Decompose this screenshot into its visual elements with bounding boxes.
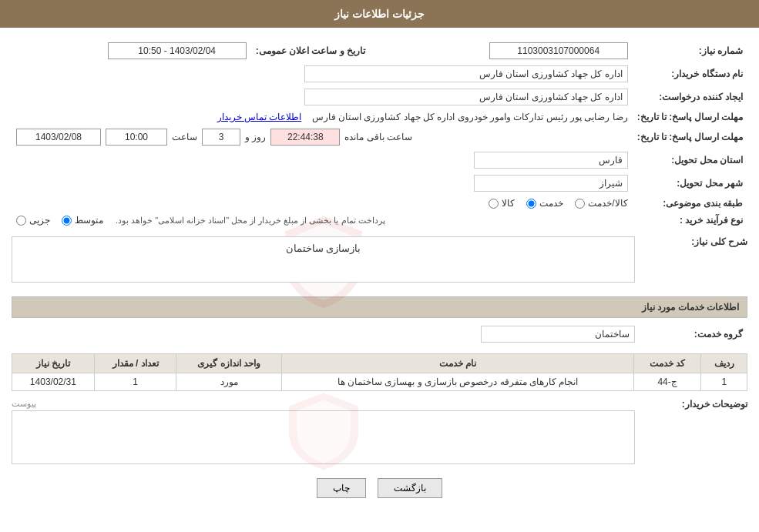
deadline-remaining-value: 22:44:38	[270, 129, 340, 146]
service-group-table: گروه خدمت: ساختمان	[12, 323, 747, 346]
col-header-code: کد خدمت	[633, 354, 701, 373]
buyer-org-label: نام دستگاه خریدار:	[633, 62, 747, 85]
col-header-date: تاریخ نیاز	[12, 354, 95, 373]
purchase-type-jozei-label: جزیی	[29, 215, 50, 226]
cell-qty: 1	[94, 373, 176, 391]
service-group-label: گروه خدمت:	[640, 323, 747, 346]
services-section-header: اطلاعات خدمات مورد نیاز	[12, 296, 747, 318]
requester-value: اداره کل جهاد کشاورزی استان فارس	[304, 89, 628, 105]
main-info-table: شماره نیاز: 1103003107000064 تاریخ و ساع…	[12, 39, 747, 229]
print-button[interactable]: چاپ	[317, 478, 366, 498]
category-kala-radio[interactable]	[489, 199, 499, 209]
services-section-label: اطلاعات خدمات مورد نیاز	[642, 302, 739, 313]
deadline-time-label-text: ساعت	[172, 132, 197, 142]
category-kala-khadamat-label: کالا/خدمت	[588, 198, 627, 209]
col-header-qty: تعداد / مقدار	[94, 354, 176, 373]
deadline-time-value: 10:00	[106, 129, 167, 146]
cell-row: 1	[701, 373, 747, 391]
table-row: 1 ج-44 انجام کارهای متفرقه درخصوص بازساز…	[12, 373, 747, 391]
service-group-value: ساختمان	[481, 326, 635, 343]
requester-label: ایجاد کننده درخواست:	[633, 85, 747, 109]
announce-date-label: تاریخ و ساعت اعلان عمومی:	[251, 39, 370, 62]
category-kala-khadamat[interactable]: کالا/خدمت	[575, 198, 627, 209]
need-number-value: 1103003107000064	[489, 42, 628, 59]
category-khadamat[interactable]: خدمت	[526, 198, 563, 209]
buyer-notes-row: توضیحات خریدار: پیوست	[12, 399, 747, 467]
page-header: جزئیات اطلاعات نیاز	[0, 0, 759, 28]
need-number-label: شماره نیاز:	[633, 39, 747, 62]
button-row: بازگشت چاپ	[12, 478, 747, 510]
category-khadamat-label: خدمت	[539, 198, 563, 209]
purchase-type-motavasset[interactable]: متوسط	[62, 215, 103, 226]
category-label: طبقه بندی موضوعی:	[633, 195, 747, 212]
province-value: فارس	[474, 152, 628, 169]
announce-date-value: 1403/02/04 - 10:50	[108, 42, 247, 59]
need-description-container: Ana Tender بازسازی ساختمان	[12, 236, 635, 290]
purchase-type-jozei-radio[interactable]	[16, 216, 26, 226]
need-description-row: شرح کلی نیاز: Ana Tender بازسازی ساختمان	[12, 236, 747, 290]
buyer-org-value: اداره کل جهاد کشاورزی استان فارس	[304, 65, 628, 82]
sender-label: مهلت ارسال پاسخ: تا تاریخ:	[633, 109, 747, 125]
col-header-unit: واحد اندازه گیری	[176, 354, 282, 373]
buyer-notes-textarea[interactable]	[12, 410, 635, 464]
sender-name-value: رضا رضایی پور رئیس تدارکات وامور خودروی …	[312, 112, 628, 122]
contact-info-link[interactable]: اطلاعات تماس خریدار	[217, 112, 302, 122]
purchase-type-note: پرداخت تمام یا بخشی از مبلغ خریدار از مح…	[116, 216, 385, 226]
category-khadamat-radio[interactable]	[526, 199, 536, 209]
cell-date: 1403/02/31	[12, 373, 95, 391]
need-description-label: شرح کلی نیاز:	[640, 236, 747, 247]
purchase-type-motavasset-label: متوسط	[75, 215, 103, 226]
category-kala-khadamat-radio[interactable]	[575, 199, 585, 209]
cell-unit: مورد	[176, 373, 282, 391]
cell-code: ج-44	[633, 373, 701, 391]
buyer-notes-label: توضیحات خریدار:	[640, 399, 747, 410]
buyer-notes-container: پیوست	[12, 399, 635, 467]
cell-name: انجام کارهای متفرقه درخصوص بازسازی و بهس…	[282, 373, 634, 391]
province-label: استان محل تحویل:	[633, 149, 747, 172]
purchase-type-motavasset-radio[interactable]	[62, 216, 72, 226]
col-header-row: ردیف	[701, 354, 747, 373]
services-table: ردیف کد خدمت نام خدمت واحد اندازه گیری ت…	[12, 353, 747, 391]
category-kala-label: کالا	[502, 198, 515, 209]
purchase-type-jozei[interactable]: جزیی	[16, 215, 50, 226]
buyer-notes-placeholder-text: پیوست	[12, 399, 635, 409]
page-title: جزئیات اطلاعات نیاز	[334, 8, 425, 20]
deadline-label: مهلت ارسال پاسخ: تا تاریخ:	[633, 125, 747, 149]
city-label: شهر محل تحویل:	[633, 172, 747, 195]
deadline-days-label: روز و	[245, 132, 266, 142]
deadline-days-value: 3	[202, 129, 240, 146]
deadline-remaining-label: ساعت باقی مانده	[344, 132, 412, 142]
purchase-type-radio-group: متوسط جزیی	[16, 215, 103, 226]
back-button[interactable]: بازگشت	[378, 478, 442, 498]
purchase-type-label: نوع فرآیند خرید :	[633, 212, 747, 229]
deadline-date-value: 1403/02/08	[16, 129, 101, 146]
category-kala[interactable]: کالا	[489, 198, 515, 209]
col-header-name: نام خدمت	[282, 354, 634, 373]
need-description-value: بازسازی ساختمان	[286, 243, 361, 254]
category-radio-group: کالا/خدمت خدمت کالا	[16, 198, 628, 209]
city-value: شیراز	[474, 175, 628, 192]
